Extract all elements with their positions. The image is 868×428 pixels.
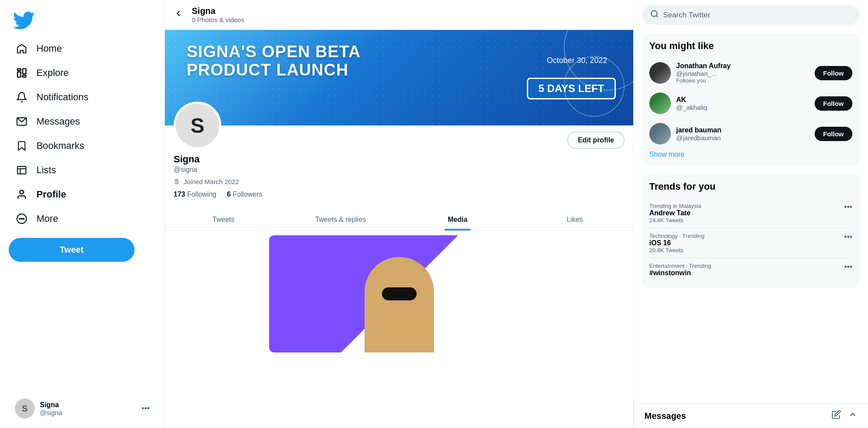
trend-item-2: Entertainment · Trending #winstonwin ••• — [649, 258, 852, 281]
tab-media[interactable]: Media — [399, 209, 516, 230]
suggest-handle-jared: @jaredbauman — [676, 134, 809, 142]
account-more-icon[interactable]: ••• — [141, 404, 150, 413]
tab-tweets[interactable]: Tweets — [165, 209, 282, 230]
suggestion-ak: AK @_akhaliq Follow — [649, 88, 852, 119]
media-image — [269, 235, 529, 352]
following-label[interactable]: Following — [187, 191, 217, 198]
trends-title: Trends for you — [649, 181, 852, 192]
trend-category-2: Entertainment · Trending — [649, 263, 711, 269]
svg-rect-0 — [17, 69, 21, 70]
avatar-img-jonathan — [649, 62, 671, 84]
followers-stat[interactable]: 6 Followers — [227, 191, 263, 198]
sidebar-item-label: Explore — [36, 67, 69, 79]
svg-point-8 — [20, 190, 24, 194]
bookmarks-icon — [15, 139, 29, 153]
followers-count: 6 — [227, 191, 231, 198]
suggestion-jared: jared bauman @jaredbauman Follow — [649, 119, 852, 149]
trend-count-1: 20.8K Tweets — [649, 247, 704, 254]
twitter-logo[interactable] — [13, 10, 35, 33]
sidebar-item-explore[interactable]: Explore — [9, 61, 95, 85]
sidebar-item-profile[interactable]: Profile — [9, 182, 95, 207]
joined-date: Joined March 2022 — [184, 178, 239, 185]
messages-bar-icons — [832, 410, 858, 422]
search-input[interactable] — [663, 11, 852, 20]
avatar-jonathan — [649, 62, 671, 84]
calendar-icon: 🗓 — [174, 178, 180, 185]
trend-info-1: Technology · Trending iOS 16 20.8K Tweet… — [649, 233, 704, 254]
profile-header-info: Signa 0 Photos & videos — [192, 6, 244, 23]
sidebar-item-more[interactable]: More — [9, 207, 95, 231]
trend-count-0: 24.4K Tweets — [649, 217, 701, 224]
tab-likes[interactable]: Likes — [516, 209, 633, 230]
sidebar-item-label: Notifications — [36, 92, 89, 103]
following-count: 173 — [174, 191, 185, 198]
profile-name: Signa — [174, 154, 625, 165]
follow-button-jonathan[interactable]: Follow — [815, 66, 853, 80]
suggest-follows-jonathan: Follows you — [676, 77, 809, 84]
avatar-jared — [649, 123, 671, 145]
home-icon — [15, 42, 29, 56]
tab-media-label: Media — [448, 216, 467, 223]
you-might-like-widget: You might like Jonathan Aufray @jonathan… — [642, 33, 859, 165]
trends-widget: Trends for you Trending in Malaysia Andr… — [642, 174, 859, 288]
sidebar-item-bookmarks[interactable]: Bookmarks — [9, 134, 95, 158]
follow-button-ak[interactable]: Follow — [815, 96, 853, 111]
svg-rect-3 — [23, 75, 26, 77]
collapse-messages-icon[interactable] — [848, 410, 858, 422]
profile-stats: 173 Following 6 Followers — [174, 191, 625, 198]
avatar-letter: S — [191, 114, 204, 138]
profile-avatar: S — [174, 102, 221, 149]
suggest-name-jonathan: Jonathan Aufray — [676, 62, 809, 70]
svg-rect-1 — [17, 72, 21, 77]
sidebar: Home Explore Notifications Messages Book… — [0, 0, 165, 428]
main-content: Signa 0 Photos & videos SIGNA'S OPEN BET… — [165, 0, 634, 428]
sidebar-item-messages[interactable]: Messages — [9, 109, 95, 134]
tweet-button[interactable]: Tweet — [9, 238, 135, 262]
suggest-info-jonathan: Jonathan Aufray @jonathan_... Follows yo… — [676, 62, 809, 84]
back-button[interactable] — [174, 9, 183, 21]
profile-meta: 🗓 Joined March 2022 — [174, 178, 625, 185]
trend-category-1: Technology · Trending — [649, 233, 704, 239]
avatar-ak — [649, 92, 671, 114]
search-bar — [642, 5, 859, 25]
tab-likes-label: Likes — [566, 216, 582, 223]
compose-message-icon[interactable] — [832, 410, 841, 422]
messages-icon — [15, 115, 29, 128]
sidebar-account[interactable]: S Signa @signa ••• — [9, 393, 156, 424]
svg-point-11 — [21, 218, 22, 219]
suggest-info-jared: jared bauman @jaredbauman — [676, 126, 809, 142]
lists-icon — [15, 163, 29, 177]
suggestion-jonathan: Jonathan Aufray @jonathan_... Follows yo… — [649, 58, 852, 88]
profile-handle: @signa — [174, 166, 625, 174]
show-more-link[interactable]: Show more — [649, 151, 852, 158]
sidebar-item-home[interactable]: Home — [9, 36, 95, 61]
sidebar-item-label: Home — [36, 43, 62, 54]
media-area — [165, 231, 633, 361]
svg-point-10 — [20, 218, 20, 219]
messages-bar: Messages — [634, 403, 868, 428]
followers-label[interactable]: Followers — [233, 191, 262, 198]
following-stat[interactable]: 173 Following — [174, 191, 217, 198]
sidebar-item-label: Bookmarks — [36, 140, 84, 151]
trend-name-2: #winstonwin — [649, 269, 711, 277]
edit-profile-button[interactable]: Edit profile — [567, 132, 625, 149]
trend-more-2[interactable]: ••• — [844, 263, 852, 272]
sidebar-item-label: Profile — [36, 189, 66, 200]
media-mask — [382, 287, 417, 300]
trend-info-2: Entertainment · Trending #winstonwin — [649, 263, 711, 277]
profile-icon — [15, 188, 29, 201]
profile-avatar-area: S Edit profile — [165, 125, 633, 149]
follow-button-jared[interactable]: Follow — [815, 127, 853, 141]
profile-header-sub: 0 Photos & videos — [192, 16, 244, 23]
svg-rect-2 — [23, 69, 26, 74]
tab-tweets-replies[interactable]: Tweets & replies — [282, 209, 399, 230]
trend-more-1[interactable]: ••• — [844, 233, 852, 242]
sidebar-item-notifications[interactable]: Notifications — [9, 85, 95, 109]
trend-info-0: Trending in Malaysia Andrew Tate 24.4K T… — [649, 203, 701, 224]
circle-decoration-2 — [564, 56, 625, 117]
sidebar-item-lists[interactable]: Lists — [9, 158, 95, 182]
trend-more-0[interactable]: ••• — [844, 203, 852, 212]
avatar-img-ak — [649, 92, 671, 114]
sidebar-user-name: Signa — [40, 401, 136, 409]
main-nav: Home Explore Notifications Messages Book… — [9, 36, 95, 231]
